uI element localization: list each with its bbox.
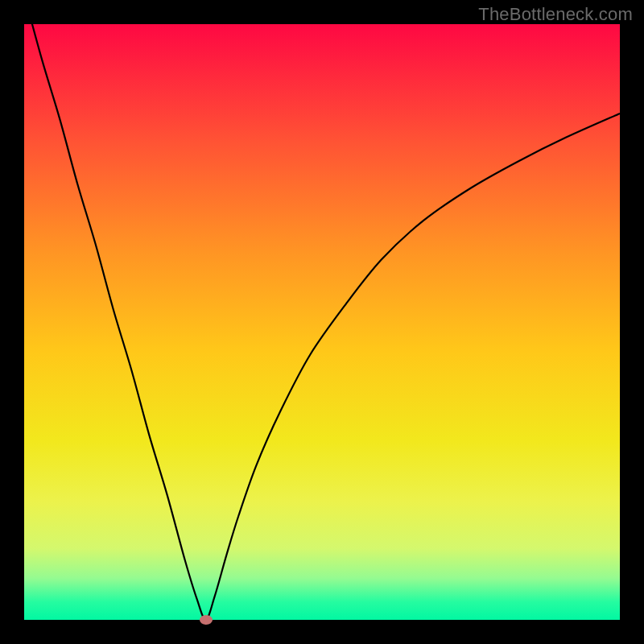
- chart-curve-svg: [24, 24, 620, 620]
- curve-path: [24, 24, 620, 620]
- chart-plot-area: [24, 24, 620, 620]
- minimum-marker: [200, 615, 213, 625]
- watermark-text: TheBottleneck.com: [478, 4, 633, 25]
